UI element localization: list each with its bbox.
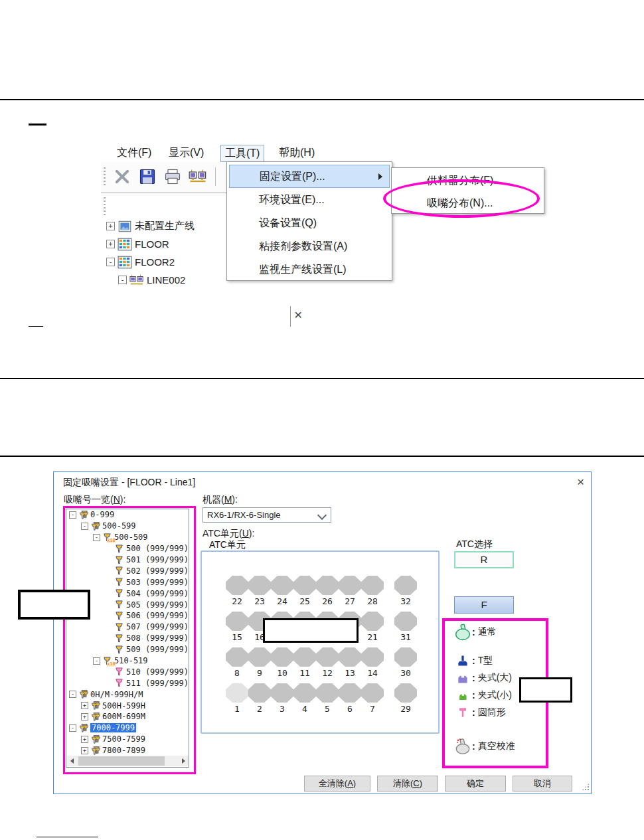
- close-button[interactable]: ×: [577, 475, 584, 489]
- menu-bar: 文件(F)显示(V)工具(T)帮助(H): [101, 145, 393, 162]
- machine-select[interactable]: RX6-1/RX-6-Single: [202, 507, 331, 523]
- collapse-icon[interactable]: -: [93, 534, 100, 541]
- scrollbar-thumb[interactable]: [78, 756, 165, 766]
- dialog-title: 固定吸嘴设置 - [FLOOR - Line1]: [63, 477, 195, 489]
- menu-item[interactable]: 粘接剂参数设置(A): [229, 234, 390, 258]
- clear-button[interactable]: 清除(C): [377, 776, 438, 792]
- nozzle-tree-item[interactable]: 510 (999/999): [66, 666, 189, 677]
- legend-item: :T型: [453, 652, 493, 669]
- nozzle-tree-item[interactable]: 511 (999/999): [66, 677, 189, 689]
- gold-stack-nozzle-icon: [90, 701, 100, 711]
- atc-slot-number: 26: [316, 596, 339, 606]
- legend-separator: :: [472, 655, 475, 666]
- atc-rear-button[interactable]: R: [454, 551, 514, 568]
- atc-slot-number: 10: [271, 668, 293, 678]
- tree-item-label: 未配置生产线: [135, 220, 195, 232]
- section-rule-mid1: [0, 378, 644, 379]
- nozzle-tree-item[interactable]: +7500-7599: [66, 734, 189, 745]
- document-page: × 文件(F)显示(V)工具(T)帮助(H) +未配置生产线+FLOOR-FLO…: [0, 0, 644, 840]
- nozzle-tree-label: 502 (999/999): [126, 566, 189, 576]
- menubar-item[interactable]: 帮助(H): [275, 145, 319, 161]
- atc-slot-number: 7: [361, 704, 384, 714]
- collapse-icon[interactable]: -: [69, 691, 76, 698]
- expand-icon[interactable]: +: [81, 713, 88, 720]
- nozzle-tree-item[interactable]: 507 (999/999): [66, 622, 189, 633]
- gold-nozzle-icon: [114, 588, 124, 598]
- expand-icon[interactable]: +: [106, 240, 115, 248]
- nozzle-tree-item[interactable]: +7800-7899: [66, 745, 189, 756]
- tree-item-FLOOR[interactable]: +FLOOR: [106, 235, 169, 253]
- expand-icon[interactable]: +: [81, 702, 88, 709]
- atc-group-label: ATC单元: [209, 539, 246, 551]
- collapse-icon[interactable]: -: [93, 657, 100, 665]
- nozzle-tree-item[interactable]: -0-999: [66, 509, 189, 521]
- gold-nozzle-icon: [114, 600, 124, 610]
- collapse-icon[interactable]: -: [106, 258, 115, 266]
- tree-item-未配置生产线[interactable]: +未配置生产线: [106, 217, 195, 235]
- clear-all-button[interactable]: 全清除(A): [304, 776, 370, 792]
- nozzle-tree-label: 600M-699M: [102, 712, 145, 721]
- nozzle-tree-item[interactable]: +500H-599H: [66, 700, 189, 711]
- nozzle-tree-item[interactable]: -0H/M-999H/M: [66, 689, 189, 700]
- tree-item-LINE002[interactable]: -LINE002: [118, 271, 185, 289]
- normal-nozzle-icon: [453, 624, 472, 641]
- nozzle-tree-label: 500-599: [102, 521, 136, 531]
- print-icon[interactable]: [163, 167, 182, 186]
- nozzle-tree-item[interactable]: 502 (999/999): [66, 565, 189, 576]
- menu-item[interactable]: 监视生产线设置(L): [229, 258, 390, 281]
- nozzle-tree-item[interactable]: 503 (999/999): [66, 576, 189, 588]
- nozzle-tree-item[interactable]: -x10510-519: [66, 655, 189, 667]
- nozzle-tree-label: 7800-7899: [102, 746, 145, 755]
- network-icon[interactable]: [189, 167, 207, 186]
- floor-icon: [118, 238, 132, 251]
- expand-icon[interactable]: +: [106, 222, 115, 230]
- nozzle-tree-label: 511 (999/999): [126, 679, 189, 688]
- menu-item[interactable]: 设备设置(Q): [229, 211, 390, 234]
- atc-slot-number: 27: [339, 596, 361, 606]
- atc-front-button[interactable]: F: [454, 596, 514, 614]
- scroll-left-icon[interactable]: [70, 758, 74, 764]
- gold-stack-nozzle-icon: [90, 734, 100, 744]
- ok-button[interactable]: 确定: [445, 776, 506, 792]
- nozzle-tree-item[interactable]: -7000-7999: [66, 722, 189, 734]
- menubar-item[interactable]: 文件(F): [113, 145, 155, 161]
- inline-divider: [290, 306, 291, 327]
- menu-item[interactable]: 固定设置(P)...: [229, 165, 390, 188]
- scroll-right-icon[interactable]: [182, 758, 185, 764]
- nozzle-tree-item[interactable]: -500-599: [66, 521, 189, 532]
- atc-slot-number: 23: [248, 596, 271, 606]
- cancel-button[interactable]: 取消: [513, 776, 572, 792]
- nozzle-tree-item[interactable]: -x10500-509: [66, 532, 189, 543]
- tree-item-label: FLOOR2: [135, 256, 175, 268]
- delete-icon[interactable]: [113, 167, 131, 186]
- nozzle-tree[interactable]: -0-999-500-599-x10500-509500 (999/999)50…: [66, 509, 189, 768]
- line-icon: [129, 274, 144, 287]
- gold-nozzle-icon: [114, 544, 124, 554]
- nozzle-tree-item[interactable]: 509 (999/999): [66, 644, 189, 655]
- tree-item-FLOOR2[interactable]: -FLOOR2: [106, 253, 175, 271]
- nozzle-tree-item[interactable]: 508 (999/999): [66, 633, 189, 644]
- collapse-icon[interactable]: -: [118, 276, 127, 284]
- tree-hscrollbar[interactable]: [67, 756, 189, 766]
- menubar-item[interactable]: 工具(T): [220, 145, 264, 162]
- save-icon[interactable]: [138, 167, 157, 186]
- nozzle-tree-item[interactable]: 500 (999/999): [66, 543, 189, 554]
- resize-grip[interactable]: [582, 783, 590, 791]
- legend-label: 圆筒形: [478, 707, 506, 718]
- nozzle-tree-label: 505 (999/999): [126, 600, 189, 610]
- collapse-icon[interactable]: -: [81, 523, 88, 530]
- expand-icon[interactable]: +: [81, 747, 88, 754]
- collapse-icon[interactable]: -: [69, 511, 76, 519]
- legend-item: :真空校准: [453, 738, 515, 755]
- menu-item[interactable]: 环境设置(E)...: [229, 188, 390, 211]
- atc-slot-number: 14: [361, 668, 384, 678]
- submenu-arrow-icon: [378, 173, 382, 180]
- nozzle-tree-item[interactable]: 501 (999/999): [66, 554, 189, 566]
- nozzle-tree-item[interactable]: +600M-699M: [66, 711, 189, 722]
- menubar-item[interactable]: 显示(V): [165, 145, 208, 161]
- unassigned-line-icon: [118, 220, 132, 233]
- collapse-icon[interactable]: -: [69, 724, 76, 732]
- expand-icon[interactable]: +: [81, 736, 88, 743]
- tree-item-label: FLOOR: [135, 238, 169, 250]
- callout-box-tree: [18, 590, 90, 620]
